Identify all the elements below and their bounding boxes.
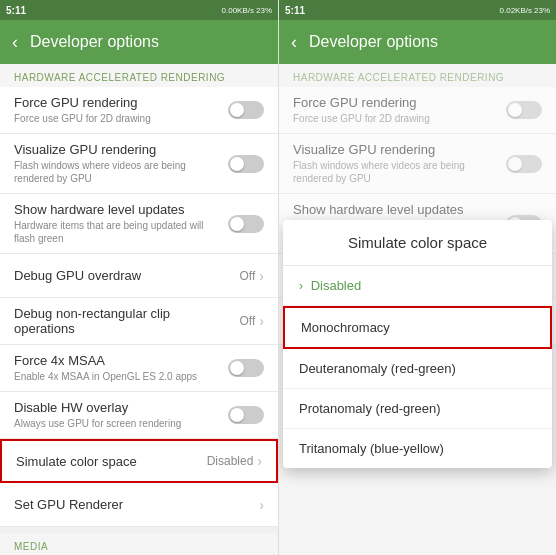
left-debug-nonrect-item[interactable]: Debug non-rectangular clip operations Of… bbox=[0, 298, 278, 345]
right-visualize-gpu-title: Visualize GPU rendering bbox=[293, 142, 498, 157]
left-debug-gpu-text: Debug GPU overdraw bbox=[14, 268, 232, 283]
left-disable-hw-toggle[interactable] bbox=[228, 406, 264, 424]
left-disable-hw-subtitle: Always use GPU for screen rendering bbox=[14, 417, 220, 430]
left-debug-gpu-title: Debug GPU overdraw bbox=[14, 268, 232, 283]
left-force-gpu-text: Force GPU rendering Force use GPU for 2D… bbox=[14, 95, 220, 125]
right-status-time: 5:11 bbox=[285, 5, 305, 16]
left-status-icons: 0.00KB/s 23% bbox=[222, 6, 272, 15]
left-show-hardware-subtitle: Hardware items that are being updated wi… bbox=[14, 219, 220, 245]
left-debug-gpu-item[interactable]: Debug GPU overdraw Off › bbox=[0, 254, 278, 298]
left-settings-list: HARDWARE ACCELERATED RENDERING Force GPU… bbox=[0, 64, 278, 555]
dropdown-item-deuteranomaly[interactable]: Deuteranomaly (red-green) bbox=[283, 349, 552, 389]
right-force-gpu-subtitle: Force use GPU for 2D drawing bbox=[293, 112, 498, 125]
dropdown-disabled-label: Disabled bbox=[311, 278, 362, 293]
left-show-hardware-item[interactable]: Show hardware level updates Hardware ite… bbox=[0, 194, 278, 254]
left-status-time: 5:11 bbox=[6, 5, 26, 16]
left-set-gpu-item[interactable]: Set GPU Renderer › bbox=[0, 483, 278, 527]
right-page-title: Developer options bbox=[309, 33, 438, 51]
left-show-hardware-title: Show hardware level updates bbox=[14, 202, 220, 217]
right-back-button[interactable]: ‹ bbox=[291, 32, 297, 53]
right-status-icons: 0.02KB/s 23% bbox=[500, 6, 550, 15]
left-simulate-color-item[interactable]: Simulate color space Disabled › bbox=[0, 439, 278, 483]
left-force-gpu-title: Force GPU rendering bbox=[14, 95, 220, 110]
right-visualize-gpu-item: Visualize GPU rendering Flash windows wh… bbox=[279, 134, 556, 194]
right-force-gpu-item: Force GPU rendering Force use GPU for 2D… bbox=[279, 87, 556, 134]
left-force-gpu-item[interactable]: Force GPU rendering Force use GPU for 2D… bbox=[0, 87, 278, 134]
left-visualize-gpu-toggle[interactable] bbox=[228, 155, 264, 173]
left-force-4x-toggle[interactable] bbox=[228, 359, 264, 377]
left-simulate-color-chevron: › bbox=[257, 453, 262, 469]
dropdown-monochromacy-label: Monochromacy bbox=[301, 320, 390, 335]
right-battery: 23% bbox=[534, 6, 550, 15]
right-show-hardware-title: Show hardware level updates bbox=[293, 202, 498, 217]
left-visualize-gpu-title: Visualize GPU rendering bbox=[14, 142, 220, 157]
left-section-header: HARDWARE ACCELERATED RENDERING bbox=[0, 64, 278, 87]
left-simulate-color-value: Disabled bbox=[207, 454, 254, 468]
left-disable-hw-item[interactable]: Disable HW overlay Always use GPU for sc… bbox=[0, 392, 278, 439]
left-force-gpu-toggle[interactable] bbox=[228, 101, 264, 119]
left-show-hardware-toggle[interactable] bbox=[228, 215, 264, 233]
left-battery: 23% bbox=[256, 6, 272, 15]
left-visualize-gpu-text: Visualize GPU rendering Flash windows wh… bbox=[14, 142, 220, 185]
left-debug-nonrect-text: Debug non-rectangular clip operations bbox=[14, 306, 232, 336]
left-data-speed: 0.00KB/s bbox=[222, 6, 254, 15]
left-force-4x-title: Force 4x MSAA bbox=[14, 353, 220, 368]
left-page-title: Developer options bbox=[30, 33, 159, 51]
left-panel: 5:11 0.00KB/s 23% ‹ Developer options HA… bbox=[0, 0, 278, 555]
left-visualize-gpu-subtitle: Flash windows where videos are being ren… bbox=[14, 159, 220, 185]
right-visualize-gpu-subtitle: Flash windows where videos are being ren… bbox=[293, 159, 498, 185]
left-disable-hw-text: Disable HW overlay Always use GPU for sc… bbox=[14, 400, 220, 430]
dropdown-protanomaly-label: Protanomaly (red-green) bbox=[299, 401, 441, 416]
dropdown-item-protanomaly[interactable]: Protanomaly (red-green) bbox=[283, 389, 552, 429]
dropdown-deuteranomaly-label: Deuteranomaly (red-green) bbox=[299, 361, 456, 376]
left-show-hardware-text: Show hardware level updates Hardware ite… bbox=[14, 202, 220, 245]
right-visualize-gpu-text: Visualize GPU rendering Flash windows wh… bbox=[293, 142, 498, 185]
left-debug-gpu-value: Off bbox=[240, 269, 256, 283]
dropdown-item-disabled[interactable]: › Disabled bbox=[283, 266, 552, 306]
left-disable-hw-title: Disable HW overlay bbox=[14, 400, 220, 415]
right-force-gpu-title: Force GPU rendering bbox=[293, 95, 498, 110]
left-debug-nonrect-chevron: › bbox=[259, 313, 264, 329]
dropdown-tritanomaly-label: Tritanomaly (blue-yellow) bbox=[299, 441, 444, 456]
left-simulate-color-text: Simulate color space bbox=[16, 454, 199, 469]
dropdown-item-monochromacy[interactable]: Monochromacy bbox=[283, 306, 552, 349]
right-status-bar: 5:11 0.02KB/s 23% bbox=[279, 0, 556, 20]
left-force-gpu-subtitle: Force use GPU for 2D drawing bbox=[14, 112, 220, 125]
right-visualize-gpu-toggle bbox=[506, 155, 542, 173]
left-force-4x-text: Force 4x MSAA Enable 4x MSAA in OpenGL E… bbox=[14, 353, 220, 383]
left-debug-nonrect-value: Off bbox=[240, 314, 256, 328]
right-force-gpu-toggle bbox=[506, 101, 542, 119]
left-debug-gpu-chevron: › bbox=[259, 268, 264, 284]
left-force-4x-item[interactable]: Force 4x MSAA Enable 4x MSAA in OpenGL E… bbox=[0, 345, 278, 392]
simulate-color-dropdown: Simulate color space › Disabled Monochro… bbox=[283, 220, 552, 468]
left-visualize-gpu-item[interactable]: Visualize GPU rendering Flash windows wh… bbox=[0, 134, 278, 194]
right-data-speed: 0.02KB/s bbox=[500, 6, 532, 15]
dropdown-item-tritanomaly[interactable]: Tritanomaly (blue-yellow) bbox=[283, 429, 552, 468]
left-set-gpu-title: Set GPU Renderer bbox=[14, 497, 247, 512]
left-top-bar: ‹ Developer options bbox=[0, 20, 278, 64]
left-simulate-color-title: Simulate color space bbox=[16, 454, 199, 469]
left-set-gpu-text: Set GPU Renderer bbox=[14, 497, 247, 512]
left-back-button[interactable]: ‹ bbox=[12, 32, 18, 53]
left-debug-nonrect-title: Debug non-rectangular clip operations bbox=[14, 306, 232, 336]
right-force-gpu-text: Force GPU rendering Force use GPU for 2D… bbox=[293, 95, 498, 125]
left-force-4x-subtitle: Enable 4x MSAA in OpenGL ES 2.0 apps bbox=[14, 370, 220, 383]
left-set-gpu-chevron: › bbox=[259, 497, 264, 513]
dropdown-title: Simulate color space bbox=[283, 220, 552, 266]
right-section-header: HARDWARE ACCELERATED RENDERING bbox=[279, 64, 556, 87]
right-top-bar: ‹ Developer options bbox=[279, 20, 556, 64]
left-status-bar: 5:11 0.00KB/s 23% bbox=[0, 0, 278, 20]
right-panel: 5:11 0.02KB/s 23% ‹ Developer options HA… bbox=[278, 0, 556, 555]
left-media-header: MEDIA bbox=[0, 533, 278, 555]
dropdown-active-icon: › bbox=[299, 279, 303, 293]
